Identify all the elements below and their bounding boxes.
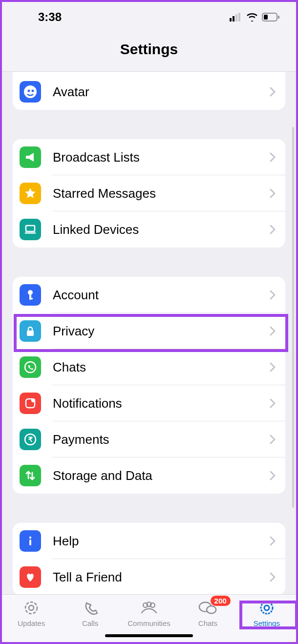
status-time: 3:38: [38, 10, 62, 24]
page-title: Settings: [2, 41, 296, 58]
phone-icon: [80, 599, 101, 617]
laptop-icon: [20, 219, 41, 240]
tab-label-communities: Communities: [128, 619, 170, 627]
updown-icon: [20, 465, 41, 486]
chevron-right-icon: [270, 572, 276, 582]
tab-chats[interactable]: Chats 200: [178, 599, 237, 627]
chevron-right-icon: [270, 87, 276, 97]
rupee-icon: ₹: [20, 429, 41, 450]
svg-rect-6: [264, 15, 268, 20]
row-label-privacy: Privacy: [53, 324, 270, 339]
svg-point-21: [29, 537, 31, 539]
chevron-right-icon: [270, 290, 276, 300]
row-label-notifications: Notifications: [53, 396, 270, 411]
chevron-right-icon: [270, 536, 276, 546]
chevron-right-icon: [270, 435, 276, 444]
cellular-icon: [230, 13, 242, 21]
row-label-tell: Tell a Friend: [53, 570, 270, 585]
settings-row-notifications[interactable]: Notifications: [13, 385, 285, 421]
settings-row-help[interactable]: Help: [13, 523, 285, 559]
settings-row-payments[interactable]: ₹ Payments: [13, 421, 285, 457]
svg-point-30: [261, 602, 273, 614]
row-label-broadcast: Broadcast Lists: [53, 150, 270, 165]
notif-icon: [20, 393, 41, 414]
svg-rect-14: [29, 298, 33, 299]
group-icon: [139, 599, 159, 617]
chevron-right-icon: [270, 471, 276, 480]
scrollbar[interactable]: [292, 127, 294, 508]
svg-text:₹: ₹: [28, 436, 33, 443]
settings-row-starred[interactable]: Starred Messages: [13, 175, 285, 211]
row-label-help: Help: [53, 534, 270, 549]
settings-scroll[interactable]: Avatar Broadcast Lists Starred Messages …: [2, 72, 296, 594]
star-icon: [20, 183, 41, 204]
row-label-avatar: Avatar: [53, 84, 270, 100]
row-label-linked: Linked Devices: [53, 222, 270, 237]
page-header: Settings: [2, 32, 296, 72]
svg-point-8: [28, 90, 30, 92]
settings-row-linked[interactable]: Linked Devices: [13, 211, 285, 248]
settings-row-tell[interactable]: Tell a Friend: [13, 559, 285, 594]
tab-communities[interactable]: Communities: [120, 599, 178, 627]
status-bar: 3:38: [2, 2, 296, 32]
chevron-right-icon: [270, 188, 276, 198]
svg-rect-1: [233, 16, 234, 21]
status-icons: [230, 13, 279, 21]
home-indicator[interactable]: [105, 634, 193, 637]
svg-rect-11: [25, 232, 36, 234]
svg-point-29: [207, 606, 216, 613]
svg-rect-10: [26, 226, 35, 231]
tab-label-updates: Updates: [18, 619, 45, 627]
svg-rect-2: [235, 14, 237, 21]
key-icon: [20, 284, 41, 306]
settings-row-chats[interactable]: Chats: [13, 349, 285, 385]
chevron-right-icon: [270, 362, 276, 372]
gear-icon: [256, 599, 277, 617]
svg-rect-3: [238, 13, 240, 21]
row-label-storage: Storage and Data: [53, 468, 270, 483]
tab-label-calls: Calls: [82, 619, 98, 627]
heart-icon: [20, 566, 41, 588]
svg-rect-15: [27, 331, 34, 336]
avatar-icon: [20, 81, 41, 103]
svg-rect-22: [29, 540, 31, 545]
tab-calls[interactable]: Calls: [61, 599, 119, 627]
whatsapp-icon: [20, 356, 41, 378]
chevron-right-icon: [270, 326, 276, 336]
svg-point-23: [25, 602, 37, 614]
settings-row-privacy[interactable]: Privacy: [13, 313, 285, 349]
tab-settings[interactable]: Settings: [237, 599, 296, 627]
settings-row-broadcast[interactable]: Broadcast Lists: [13, 139, 285, 175]
wifi-icon: [246, 13, 258, 21]
chevron-right-icon: [270, 398, 276, 408]
svg-point-7: [24, 85, 37, 98]
tab-updates[interactable]: Updates: [2, 599, 61, 627]
row-label-account: Account: [53, 288, 270, 303]
chevron-right-icon: [270, 152, 276, 162]
lock-icon: [20, 320, 41, 342]
settings-row-storage[interactable]: Storage and Data: [13, 457, 285, 494]
svg-point-16: [25, 362, 36, 373]
svg-point-9: [32, 90, 34, 92]
svg-rect-5: [278, 16, 279, 19]
badge-chats: 200: [211, 596, 231, 606]
row-label-chats: Chats: [53, 360, 270, 375]
svg-rect-0: [230, 18, 232, 21]
status-icon: [21, 599, 42, 617]
svg-point-31: [264, 605, 269, 610]
svg-point-12: [28, 290, 33, 295]
settings-row-avatar[interactable]: Avatar: [13, 74, 285, 110]
svg-point-18: [31, 398, 35, 402]
tab-label-settings: Settings: [254, 619, 280, 627]
megaphone-icon: [20, 146, 41, 168]
svg-point-24: [29, 605, 34, 610]
tab-label-chats: Chats: [198, 619, 217, 627]
chevron-right-icon: [270, 225, 276, 234]
battery-icon: [262, 13, 279, 21]
info-icon: [20, 530, 41, 552]
row-label-starred: Starred Messages: [53, 186, 270, 201]
row-label-payments: Payments: [53, 432, 270, 447]
settings-row-account[interactable]: Account: [13, 277, 285, 313]
